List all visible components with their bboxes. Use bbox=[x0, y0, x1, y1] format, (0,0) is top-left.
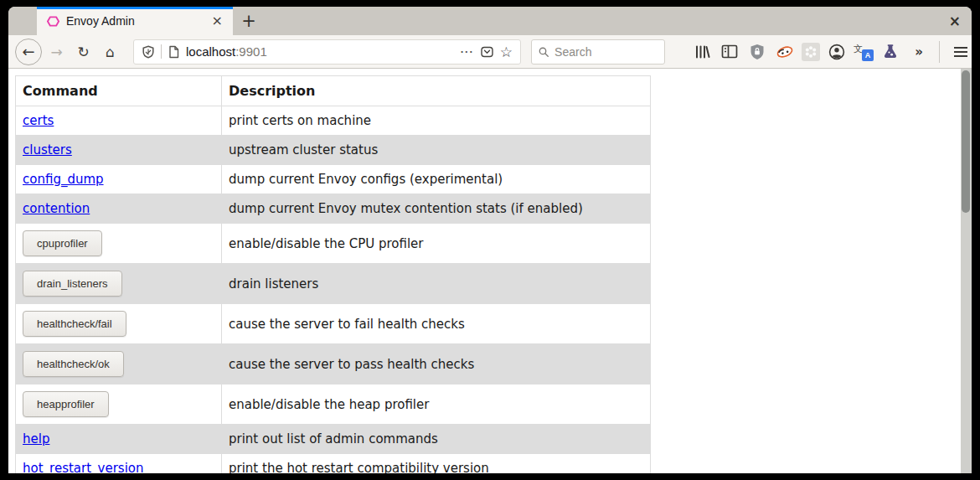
description-cell: print certs on machine bbox=[222, 106, 651, 136]
urlbar-divider bbox=[161, 44, 162, 59]
scrollbar-thumb[interactable] bbox=[962, 70, 970, 213]
table-row: drain_listeners drain listeners bbox=[16, 264, 651, 304]
command-button-heapprofiler[interactable]: heapprofiler bbox=[23, 391, 109, 417]
library-icon[interactable] bbox=[691, 40, 713, 64]
command-column-header: Command bbox=[16, 76, 222, 106]
command-cell: drain_listeners bbox=[16, 264, 222, 304]
table-row: certs print certs on machine bbox=[16, 106, 651, 136]
tab-title: Envoy Admin bbox=[66, 14, 203, 28]
description-column-header: Description bbox=[222, 76, 651, 106]
command-button-drain-listeners[interactable]: drain_listeners bbox=[23, 271, 122, 297]
table-header-row: Command Description bbox=[16, 76, 651, 106]
account-icon[interactable] bbox=[826, 40, 848, 64]
table-row: config_dump dump current Envoy configs (… bbox=[16, 165, 651, 194]
admin-commands-table: Command Description certs print certs on… bbox=[15, 75, 651, 473]
command-cell: hot_restart_version bbox=[16, 454, 222, 474]
description-cell: cause the server to pass health checks bbox=[222, 344, 651, 385]
search-icon bbox=[539, 46, 549, 58]
tab-bar: Envoy Admin × + × bbox=[8, 7, 972, 35]
translate-extension-icon[interactable]: 文 A bbox=[854, 43, 874, 61]
privacy-badger-extension-icon[interactable] bbox=[774, 40, 796, 64]
tab-close-icon[interactable]: × bbox=[209, 14, 225, 28]
description-cell: print out list of admin commands bbox=[222, 425, 651, 454]
page-actions-icon[interactable]: ··· bbox=[461, 45, 474, 58]
command-link-clusters[interactable]: clusters bbox=[23, 142, 72, 157]
url-host: localhost bbox=[186, 44, 235, 59]
bookmark-star-icon[interactable]: ☆ bbox=[500, 44, 513, 60]
table-row: contention dump current Envoy mutex cont… bbox=[16, 194, 651, 224]
command-link-contention[interactable]: contention bbox=[23, 201, 90, 216]
flask-extension-icon[interactable] bbox=[879, 40, 901, 64]
table-row: cpuprofiler enable/disable the CPU profi… bbox=[16, 224, 651, 264]
table-row: heapprofiler enable/disable the heap pro… bbox=[16, 385, 651, 425]
toolbar-separator bbox=[939, 41, 940, 63]
reload-button[interactable]: ↻ bbox=[71, 39, 95, 64]
sidebar-toggle-icon[interactable] bbox=[719, 40, 740, 64]
command-cell: healthcheck/ok bbox=[16, 344, 222, 385]
overflow-chevron-icon[interactable]: » bbox=[907, 40, 929, 64]
description-cell: cause the server to fail health checks bbox=[222, 304, 651, 344]
command-cell: certs bbox=[16, 106, 222, 136]
table-row: hot_restart_version print the hot restar… bbox=[16, 454, 651, 474]
command-cell: config_dump bbox=[16, 165, 222, 194]
active-tab-accent bbox=[37, 7, 233, 9]
navigation-toolbar: ← → ↻ ⌂ localhost:9901 ··· ☆ bbox=[8, 35, 972, 69]
command-cell: healthcheck/fail bbox=[16, 304, 222, 344]
command-cell: cpuprofiler bbox=[16, 224, 222, 264]
vertical-scrollbar[interactable] bbox=[961, 69, 972, 473]
tab-strip-spacer bbox=[8, 7, 37, 35]
window-close-icon[interactable]: × bbox=[949, 14, 961, 28]
description-cell: upstream cluster status bbox=[222, 136, 651, 165]
page-info-icon[interactable] bbox=[168, 45, 180, 59]
table-row: help print out list of admin commands bbox=[16, 425, 651, 454]
url-text[interactable]: localhost:9901 bbox=[186, 44, 455, 59]
command-cell: contention bbox=[16, 194, 222, 224]
toolbar-icon-group: 文 A » bbox=[691, 40, 972, 64]
command-cell: heapprofiler bbox=[16, 385, 222, 425]
command-link-certs[interactable]: certs bbox=[23, 113, 54, 128]
command-link-help[interactable]: help bbox=[23, 431, 49, 446]
command-cell: help bbox=[16, 425, 222, 454]
command-button-healthcheck-ok[interactable]: healthcheck/ok bbox=[23, 351, 124, 377]
description-cell: drain listeners bbox=[222, 264, 651, 304]
menu-hamburger-icon[interactable] bbox=[950, 40, 972, 64]
back-button[interactable]: ← bbox=[15, 39, 42, 65]
envoy-favicon bbox=[47, 15, 59, 28]
pocket-icon[interactable] bbox=[480, 45, 494, 59]
table-row: clusters upstream cluster status bbox=[16, 136, 651, 165]
table-row: healthcheck/ok cause the server to pass … bbox=[16, 344, 651, 385]
description-cell: enable/disable the CPU profiler bbox=[222, 224, 651, 264]
table-row: healthcheck/fail cause the server to fai… bbox=[16, 304, 651, 344]
command-button-healthcheck-fail[interactable]: healthcheck/fail bbox=[23, 311, 126, 337]
shield-lock-extension-icon[interactable] bbox=[746, 40, 768, 64]
description-cell: enable/disable the heap profiler bbox=[222, 385, 651, 425]
browser-window: Envoy Admin × + × ← → ↻ ⌂ localhost:9901… bbox=[8, 7, 972, 473]
envoy-admin-page: Command Description certs print certs on… bbox=[8, 69, 972, 473]
command-link-config-dump[interactable]: config_dump bbox=[23, 172, 104, 187]
description-cell: dump current Envoy configs (experimental… bbox=[222, 165, 651, 194]
search-bar[interactable] bbox=[531, 39, 665, 65]
translate-target-glyph: A bbox=[862, 49, 874, 61]
search-input[interactable] bbox=[554, 45, 658, 59]
description-cell: dump current Envoy mutex contention stat… bbox=[222, 194, 651, 224]
command-button-cpuprofiler[interactable]: cpuprofiler bbox=[23, 230, 102, 256]
forward-button[interactable]: → bbox=[44, 39, 69, 64]
command-link-hot-restart-version[interactable]: hot_restart_version bbox=[23, 461, 144, 473]
tab-envoy-admin[interactable]: Envoy Admin × bbox=[37, 7, 233, 35]
command-cell: clusters bbox=[16, 136, 222, 165]
page-viewport: Command Description certs print certs on… bbox=[8, 69, 972, 473]
flower-extension-icon[interactable] bbox=[802, 43, 820, 61]
url-bar[interactable]: localhost:9901 ··· ☆ bbox=[133, 39, 521, 65]
home-button[interactable]: ⌂ bbox=[98, 39, 122, 64]
url-port: :9901 bbox=[235, 44, 267, 59]
new-tab-button[interactable]: + bbox=[233, 7, 265, 35]
tracking-protection-shield-icon[interactable] bbox=[142, 45, 155, 59]
description-cell: print the hot restart compatibility vers… bbox=[222, 454, 651, 474]
